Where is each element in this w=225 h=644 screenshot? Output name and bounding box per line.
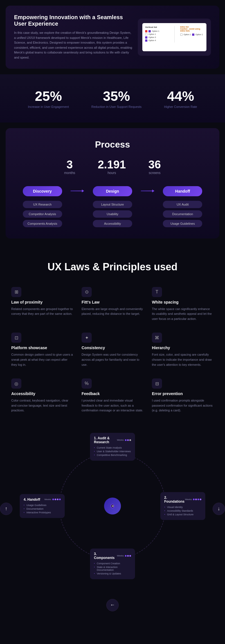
card-audit-weeks: Weeks: [117, 439, 131, 441]
card-audit-header: 1. Audit & Research Weeks: [94, 436, 131, 444]
handoff-documentation: Documentation: [163, 210, 202, 218]
design-usability: Usability: [93, 210, 132, 218]
stat-engagement-label: Increase in User Engagement: [28, 105, 69, 108]
process-handoff-column: Handoff UX Audit Documentation Usage Gui…: [154, 186, 211, 227]
stat-support-label: Reduction in User Support Requests: [91, 105, 142, 108]
metric-months-label: months: [64, 171, 75, 175]
hero-section: Empowering Innovation with a Seamless Us…: [6, 6, 219, 69]
law-icon-2: T: [152, 287, 162, 297]
law-item-6: ◎ Accessibility Color contrast, keyboard…: [11, 378, 73, 413]
week-dot: [197, 498, 199, 500]
mockup-cb4[interactable]: [145, 39, 147, 42]
process-metrics: 3 months 2.191 hours 36 screens: [14, 158, 211, 175]
process-design-column: Design Layout Structure Usability Access…: [84, 186, 141, 227]
mockup-divider: [174, 26, 175, 43]
process-title: Process: [14, 139, 211, 150]
bottom-nav: ←: [0, 593, 225, 610]
mockup-cb3[interactable]: [145, 36, 147, 39]
arrow-head-1: [82, 190, 84, 192]
circle-container: 1. Audit & Research Weeks Current State …: [42, 436, 183, 576]
mockup-icon-red: [145, 30, 147, 32]
law-desc-7: I provided clear and immediate visual fe…: [82, 398, 143, 413]
law-title-2: White spacing: [152, 300, 214, 304]
nav-left-button[interactable]: ←: [106, 599, 119, 610]
mockup-inline-cb2[interactable]: [192, 34, 194, 36]
hero-title: Empowering Innovation with a Seamless Us…: [14, 14, 132, 27]
law-desc-3: Common design pattern used to give users…: [11, 352, 73, 367]
week-dot: [125, 555, 127, 557]
law-item-8: ⊟ Error prevention I used confirmation p…: [152, 378, 214, 413]
stat-conversion: 44% Higher Conversion Rate: [164, 88, 197, 108]
metric-screens-label: screens: [148, 171, 161, 175]
card-components-items: Component Creation State & Interaction D…: [94, 562, 131, 575]
circle-card-foundations: 2. Foundations Weeks Visual Identity Acc…: [160, 492, 205, 520]
card-audit-items: Current State Analysis User & Stakeholde…: [94, 446, 131, 456]
handoff-usage-guidelines: Usage Guidelines: [163, 220, 202, 227]
audit-item-3: Competitive Benchmarking: [94, 454, 131, 456]
card-handoff-items: Usage Guidelines Documentation Interacti…: [24, 503, 61, 514]
law-title-0: Law of proximity: [11, 300, 73, 304]
metric-months-number: 3: [64, 158, 75, 171]
mockup-inline-cb1[interactable]: [180, 34, 183, 36]
mockup-cb1[interactable]: [148, 30, 151, 32]
law-title-3: Platform showcase: [11, 346, 73, 350]
nav-down-button[interactable]: ↓: [213, 503, 225, 515]
foundations-item-1: Visual Identity: [164, 505, 201, 508]
handoff-ux-audit: UX Audit: [163, 201, 202, 208]
law-item-4: ✦ Consistency Design System was used for…: [82, 333, 143, 367]
design-sub-items: Layout Structure Usability Accessibility: [84, 201, 141, 227]
law-icon-3: ⊡: [11, 333, 21, 343]
card-audit-title: 1. Audit & Research: [94, 436, 117, 444]
stat-support: 35% Reduction in User Support Requests: [91, 88, 142, 108]
stat-engagement: 25% Increase in User Engagement: [28, 88, 69, 108]
design-button[interactable]: Design: [93, 186, 132, 196]
circle-card-handoff: 4. Handoff Weeks Usage Guidelines Docume…: [20, 494, 65, 518]
law-item-7: % Feedback I provided clear and immediat…: [82, 378, 143, 413]
law-title-7: Feedback: [82, 391, 143, 396]
components-item-3: Versioning & Updates: [94, 572, 131, 575]
law-icon-0: ⊞: [11, 287, 21, 297]
week-dot: [127, 555, 129, 557]
card-components-title: 3. Components: [94, 552, 117, 560]
discovery-ux-research: UX Research: [23, 201, 62, 208]
metric-screens-number: 36: [148, 158, 161, 171]
handoff-circle-item-1: Usage Guidelines: [24, 503, 61, 506]
circle-process-section: ↑ 1. Audit & Research Weeks Current Stat…: [0, 424, 225, 593]
law-desc-5: Font size, color, and spacing are carefu…: [152, 352, 214, 367]
discovery-components-analysis: Components Analysis: [23, 220, 62, 227]
handoff-button[interactable]: Handoff: [163, 186, 202, 196]
metric-hours-label: hours: [98, 171, 126, 175]
arrow-dash-2: [141, 191, 152, 191]
law-title-5: Hierarchy: [152, 346, 214, 350]
handoff-circle-item-3: Interactive Prototypes: [24, 511, 61, 514]
card-handoff-title: 4. Handoff: [24, 497, 40, 501]
card-foundations-title: 2. Foundations: [164, 495, 185, 503]
mockup-cb2[interactable]: [145, 33, 147, 35]
discovery-button[interactable]: Discovery: [23, 186, 62, 196]
law-title-6: Accessibility: [11, 391, 73, 396]
process-section: Process 3 months 2.191 hours 36 screens …: [6, 128, 219, 239]
week-dot: [193, 498, 195, 500]
week-dot: [129, 439, 131, 441]
law-title-8: Error prevention: [152, 391, 214, 396]
components-item-2: State & Interaction Documentation: [94, 566, 131, 571]
law-title-1: Fitt's Law: [82, 300, 143, 304]
hero-description: In this case study, we explore the creat…: [14, 30, 132, 60]
hero-image-panel: Vertical list Option 1 Option 1 Option 3: [138, 19, 211, 56]
arrow-discovery-design: [71, 186, 84, 192]
design-accessibility: Accessibility: [93, 220, 132, 227]
arrow-design-handoff: [141, 186, 154, 192]
week-dot: [195, 498, 197, 500]
law-item-5: ⌘ Hierarchy Font size, color, and spacin…: [152, 333, 214, 367]
stat-engagement-number: 25%: [28, 88, 69, 104]
card-handoff-header: 4. Handoff Weeks: [24, 497, 61, 501]
stat-conversion-number: 44%: [164, 88, 197, 104]
law-item-3: ⊡ Platform showcase Common design patter…: [11, 333, 73, 367]
circle-center-button[interactable]: [104, 498, 121, 514]
week-dot: [55, 498, 56, 500]
stats-section: 25% Increase in User Engagement 35% Redu…: [0, 74, 225, 122]
metric-hours-number: 2.191: [98, 158, 126, 171]
law-desc-4: Design System was used for consistency a…: [82, 352, 143, 367]
nav-up-button[interactable]: ↑: [0, 503, 12, 515]
audit-item-2: User & Stakeholder Interviews: [94, 450, 131, 453]
